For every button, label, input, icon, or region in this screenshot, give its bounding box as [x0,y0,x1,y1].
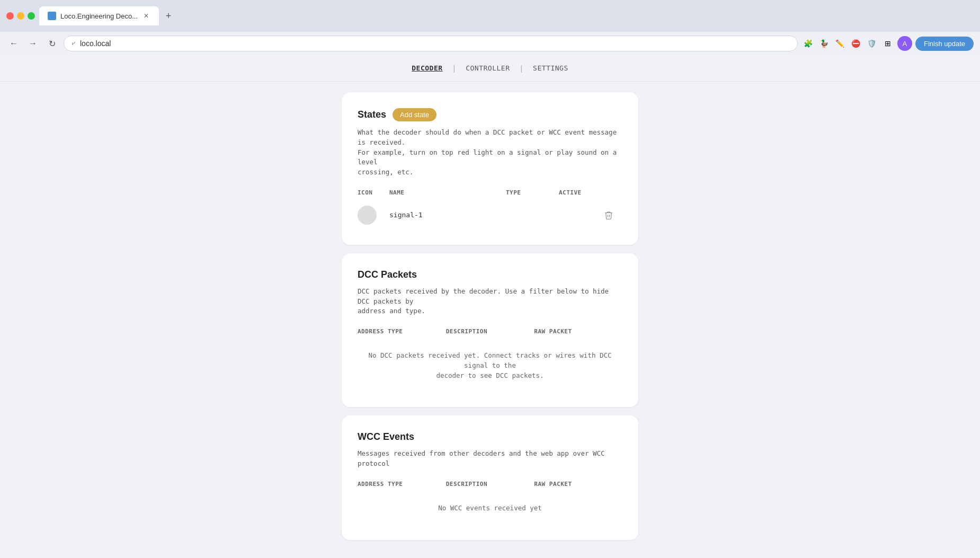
dcc-col-description: DESCRIPTION [446,328,534,335]
wcc-col-description: DESCRIPTION [446,481,534,488]
states-description: What the decoder should do when a DCC pa… [358,128,622,178]
extension-puzzle-icon[interactable]: 🧩 [802,37,815,50]
dcc-title: DCC Packets [358,269,417,280]
states-section: States Add state What the decoder should… [342,92,638,245]
browser-toolbar: ← → ↻ 🗸 loco.local 🧩 🦆 ✏️ ⛔ 🛡️ ⊞ A Finis… [0,32,980,55]
col-active: ACTIVE [559,189,601,196]
state-name: signal-1 [389,211,506,219]
tab-bar: Loco.Engineering Deco... ✕ + [39,6,974,25]
wcc-col-address-type: ADDRESS TYPE [358,481,446,488]
nav-separator-1: | [453,64,456,73]
window-controls [6,12,35,20]
wcc-table-header: ADDRESS TYPE DESCRIPTION RAW PACKET [358,477,622,491]
main-container: States Add state What the decoder should… [342,82,638,551]
extension-duck-icon[interactable]: 🦆 [818,37,831,50]
extension-pen-icon[interactable]: ✏️ [834,37,847,50]
nav-link-settings[interactable]: SETTINGS [533,62,568,74]
nav-link-controller[interactable]: CONTROLLER [466,62,510,74]
address-bar[interactable]: 🗸 loco.local [64,36,798,51]
states-section-header: States Add state [358,108,622,121]
active-tab[interactable]: Loco.Engineering Deco... ✕ [39,6,159,25]
state-row: signal-1 [358,201,622,229]
dcc-packets-section: DCC Packets DCC packets received by the … [342,253,638,408]
col-icon: ICON [358,189,389,196]
extension-block-icon[interactable]: ⛔ [850,37,862,50]
nav-separator-2: | [520,64,522,73]
states-table: ICON NAME TYPE ACTIVE signal-1 [358,186,622,229]
dcc-empty-message: No DCC packets received yet. Connect tra… [358,340,622,391]
back-button[interactable]: ← [6,36,21,51]
wcc-events-table: ADDRESS TYPE DESCRIPTION RAW PACKET No W… [358,477,622,524]
top-nav: DECODER | CONTROLLER | SETTINGS [0,55,980,82]
window-minimize-button[interactable] [17,12,24,20]
browser-extensions: 🧩 🦆 ✏️ ⛔ 🛡️ ⊞ A Finish update [802,36,974,51]
address-text: loco.local [80,39,111,48]
tab-favicon [48,12,56,20]
forward-button[interactable]: → [25,36,40,51]
col-type: TYPE [506,189,559,196]
browser-avatar[interactable]: A [897,36,912,51]
wcc-title: WCC Events [358,431,414,442]
browser-chrome: Loco.Engineering Deco... ✕ + [0,0,980,32]
wcc-description: Messages received from other decoders an… [358,449,622,469]
tab-close-button[interactable]: ✕ [142,12,150,20]
dcc-description: DCC packets received by the decoder. Use… [358,287,622,316]
wcc-empty-message: No WCC events received yet [358,493,622,524]
col-name: NAME [389,189,506,196]
states-title: States [358,109,386,120]
new-tab-button[interactable]: + [161,8,176,23]
finish-update-button[interactable]: Finish update [915,37,974,51]
dcc-packets-table: ADDRESS TYPE DESCRIPTION RAW PACKET No D… [358,325,622,391]
state-delete-button[interactable] [601,208,616,223]
extension-shield-icon[interactable]: 🛡️ [866,37,878,50]
state-icon-cell [358,206,389,225]
page-wrapper: DECODER | CONTROLLER | SETTINGS States A… [0,55,980,551]
col-actions [601,189,622,196]
dcc-section-header: DCC Packets [358,269,622,280]
state-icon [358,206,377,225]
states-table-header: ICON NAME TYPE ACTIVE [358,186,622,199]
wcc-col-raw-packet: RAW PACKET [534,481,622,488]
add-state-button[interactable]: Add state [393,108,436,121]
window-close-button[interactable] [6,12,14,20]
wcc-section-header: WCC Events [358,431,622,442]
dcc-col-address-type: ADDRESS TYPE [358,328,446,335]
dcc-col-raw-packet: RAW PACKET [534,328,622,335]
nav-link-decoder[interactable]: DECODER [412,62,442,74]
window-maximize-button[interactable] [28,12,35,20]
extension-grid-icon[interactable]: ⊞ [881,37,894,50]
tab-title: Loco.Engineering Deco... [60,12,138,20]
reload-button[interactable]: ↻ [44,36,59,51]
dcc-table-header: ADDRESS TYPE DESCRIPTION RAW PACKET [358,325,622,338]
address-lock-icon: 🗸 [70,40,77,47]
wcc-events-section: WCC Events Messages received from other … [342,415,638,539]
